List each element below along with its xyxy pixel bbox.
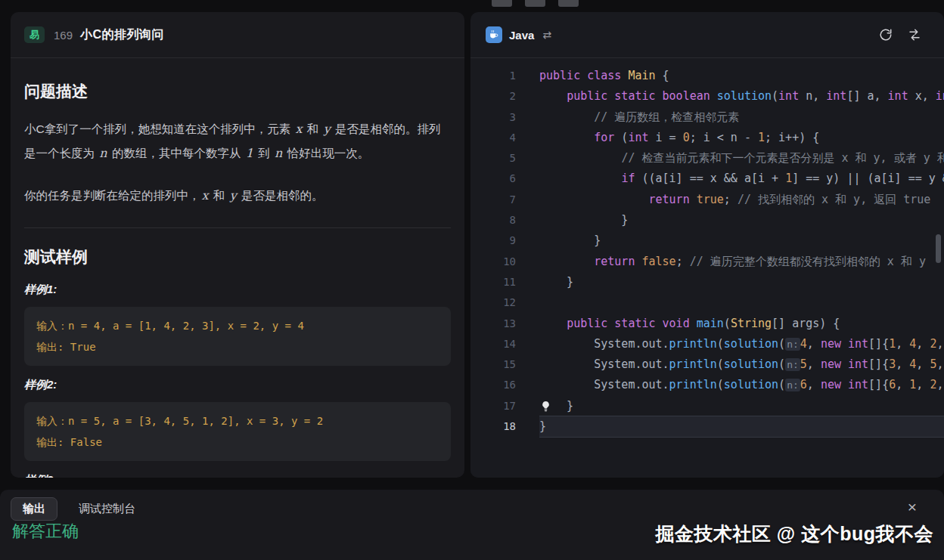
code-content[interactable]: }: [539, 272, 944, 292]
math-var: y: [322, 122, 332, 136]
line-number: 11: [470, 272, 516, 292]
code-line[interactable]: 3 // 遍历数组，检查相邻元素: [470, 107, 944, 128]
code-content[interactable]: System.out.println(solution(n:6, new int…: [539, 375, 944, 395]
editor-scrollbar[interactable]: [936, 234, 941, 263]
code-content[interactable]: }: [539, 230, 944, 251]
code-line[interactable]: 15 System.out.println(solution(n:5, new …: [470, 354, 944, 375]
tab-debug-console[interactable]: 调试控制台: [79, 502, 135, 516]
example-block: 输入：n = 4, a = [1, 4, 2, 3], x = 2, y = 4…: [24, 307, 451, 366]
code-content[interactable]: // 检查当前元素和下一个元素是否分别是 x 和 y, 或者 y 和 x: [539, 148, 944, 169]
line-number: 13: [470, 314, 516, 334]
code-content[interactable]: public static void main(String[] args) {: [539, 314, 944, 334]
mini-tab[interactable]: [492, 0, 512, 7]
line-number: 5: [470, 148, 516, 169]
code-line[interactable]: 6 if ((a[i] == x && a[i + 1] == y) || (a…: [470, 169, 944, 189]
reset-code-button[interactable]: [879, 28, 893, 42]
line-number: 3: [470, 107, 516, 128]
page-root: 易 169 小C的排列询问 问题描述 小C拿到了一个排列，她想知道在这个排列中，…: [0, 0, 944, 560]
example-output-line: 输出: False: [36, 432, 439, 453]
language-selector[interactable]: Java ⇄: [486, 26, 551, 43]
editor-panel: Java ⇄ 1public class Main {2 public stat…: [470, 12, 944, 478]
math-var: 1: [244, 146, 255, 160]
divider: [24, 227, 451, 228]
code-line[interactable]: 7 return true; // 找到相邻的 x 和 y, 返回 true: [470, 190, 944, 210]
problem-title: 小C的排列询问: [80, 27, 164, 43]
watermark-text: 掘金技术社区 @ 这个bug我不会: [655, 521, 933, 546]
code-content[interactable]: // 遍历数组，检查相邻元素: [539, 107, 944, 128]
math-var: n: [273, 146, 284, 160]
refresh-icon: [879, 28, 893, 42]
code-content[interactable]: }: [539, 416, 944, 437]
code-line[interactable]: 2 public static boolean solution(int n, …: [470, 86, 944, 107]
editor-body[interactable]: 1public class Main {2 public static bool…: [470, 59, 944, 478]
problem-paragraph: 小C拿到了一个排列，她想知道在这个排列中，元素 x 和 y 是否是相邻的。排列是…: [24, 117, 451, 166]
code-content[interactable]: System.out.println(solution(n:4, new int…: [539, 334, 944, 354]
example-output-line: 输出: True: [36, 336, 439, 357]
editor-actions: [879, 28, 921, 42]
code-content[interactable]: System.out.println(solution(n:5, new int…: [539, 354, 944, 375]
code-content[interactable]: public class Main {: [539, 66, 944, 86]
math-var: y: [228, 188, 238, 203]
swap-panels-icon: [908, 28, 921, 42]
line-number: 8: [470, 210, 516, 230]
code-line[interactable]: 17 }: [470, 396, 944, 416]
code-line[interactable]: 11 }: [470, 272, 944, 292]
math-var: x: [294, 122, 304, 136]
code-content[interactable]: }: [539, 396, 944, 416]
code-line[interactable]: 16 System.out.println(solution(n:6, new …: [470, 375, 944, 395]
line-number: 12: [470, 292, 516, 313]
code-content[interactable]: public static boolean solution(int n, in…: [539, 86, 944, 107]
line-number: 9: [470, 230, 516, 251]
code-line[interactable]: 12: [470, 292, 944, 313]
line-number: 1: [470, 66, 516, 86]
mini-tab[interactable]: [558, 0, 579, 7]
line-number: 4: [470, 128, 516, 148]
code-content[interactable]: for (int i = 0; i < n - 1; i++) {: [539, 128, 944, 148]
example-label: 样例2:: [24, 378, 451, 392]
code-content[interactable]: [539, 292, 944, 313]
example-input-line: 输入：n = 4, a = [1, 4, 2, 3], x = 2, y = 4: [36, 315, 439, 336]
code-content[interactable]: return true; // 找到相邻的 x 和 y, 返回 true: [539, 190, 944, 210]
example-block: 输入：n = 5, a = [3, 4, 5, 1, 2], x = 3, y …: [24, 402, 451, 461]
example-label: 样例1:: [24, 283, 451, 297]
close-icon[interactable]: ×: [908, 499, 917, 515]
code-area[interactable]: 1public class Main {2 public static bool…: [470, 66, 944, 437]
code-content[interactable]: if ((a[i] == x && a[i + 1] == y) || (a[i…: [539, 169, 944, 189]
difficulty-badge: 易: [24, 26, 45, 43]
line-number: 16: [470, 375, 516, 395]
result-text: 解答正确: [12, 520, 79, 543]
code-content[interactable]: return false; // 遍历完整个数组都没有找到相邻的 x 和 y: [539, 252, 944, 272]
code-line[interactable]: 8 }: [470, 210, 944, 230]
problem-body: 问题描述 小C拿到了一个排列，她想知道在这个排列中，元素 x 和 y 是否是相邻…: [11, 58, 464, 478]
java-icon: [486, 26, 502, 43]
code-line[interactable]: 18}: [470, 416, 944, 437]
line-number: 7: [470, 190, 516, 210]
math-var: x: [200, 188, 210, 203]
section-title-examples: 测试样例: [24, 246, 451, 268]
line-number: 15: [470, 354, 516, 375]
line-number: 2: [470, 86, 516, 107]
layout-toggle-button[interactable]: [908, 28, 921, 42]
language-switch-icon[interactable]: ⇄: [542, 29, 551, 41]
section-title-description: 问题描述: [24, 81, 451, 102]
code-line[interactable]: 5 // 检查当前元素和下一个元素是否分别是 x 和 y, 或者 y 和 x: [470, 148, 944, 169]
problem-id: 169: [54, 29, 73, 42]
console-tabs: 输出 调试控制台: [0, 490, 944, 521]
code-content[interactable]: }: [539, 210, 944, 230]
code-line[interactable]: 13 public static void main(String[] args…: [470, 314, 944, 334]
line-number: 6: [470, 169, 516, 189]
code-line[interactable]: 14 System.out.println(solution(n:4, new …: [470, 334, 944, 354]
line-number: 14: [470, 334, 516, 354]
code-line[interactable]: 4 for (int i = 0; i < n - 1; i++) {: [470, 128, 944, 148]
tab-output[interactable]: 输出: [11, 497, 57, 521]
mini-tab[interactable]: [525, 0, 545, 7]
code-line[interactable]: 9 }: [470, 230, 944, 251]
code-line[interactable]: 10 return false; // 遍历完整个数组都没有找到相邻的 x 和 …: [470, 252, 944, 272]
lightbulb-icon[interactable]: [541, 401, 551, 412]
example-label: 样例3:: [24, 473, 451, 478]
code-line[interactable]: 1public class Main {: [470, 66, 944, 86]
language-label: Java: [509, 29, 534, 42]
problem-panel: 易 169 小C的排列询问 问题描述 小C拿到了一个排列，她想知道在这个排列中，…: [11, 12, 464, 478]
problem-header: 易 169 小C的排列询问: [11, 12, 464, 58]
problem-paragraph: 你的任务是判断在给定的排列中，x 和 y 是否是相邻的。: [24, 184, 451, 208]
